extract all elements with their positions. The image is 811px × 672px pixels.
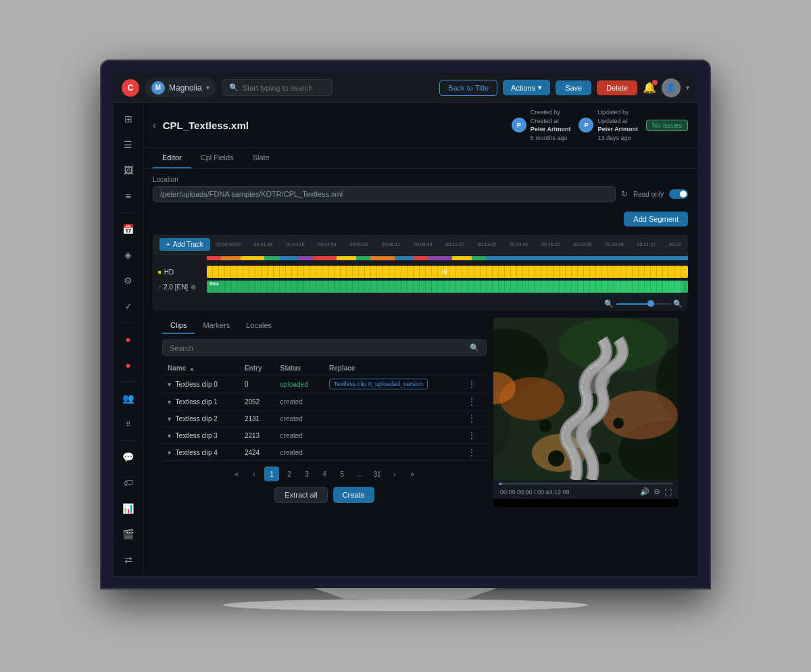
clips-tab-clips[interactable]: Clips xyxy=(162,318,195,334)
back-arrow-icon[interactable]: ‹ xyxy=(153,120,156,130)
readonly-label: Read only xyxy=(633,191,664,198)
sidebar-icon-tag[interactable]: 🏷 xyxy=(118,472,139,494)
action-buttons: Extract all Create xyxy=(162,487,487,503)
pagination-page-3[interactable]: 3 xyxy=(299,466,314,481)
sidebar-icon-people[interactable]: 👥 xyxy=(118,387,139,409)
pagination-first[interactable]: « xyxy=(229,466,244,481)
clips-table: Name ▲ Entry Status Replace xyxy=(162,362,487,461)
create-button[interactable]: Create xyxy=(333,487,374,503)
monitor-base xyxy=(223,599,588,611)
sidebar-icon-check[interactable]: ✓ xyxy=(118,295,139,317)
search-icon: 🔍 xyxy=(229,83,239,92)
clip-2-name: ▾ Textless clip 2 xyxy=(162,410,239,427)
workspace-selector[interactable]: M Magnolia ▾ xyxy=(145,78,216,97)
global-search-box[interactable]: 🔍 xyxy=(222,79,333,96)
clip-1-name: ▾ Textless clip 1 xyxy=(162,393,239,410)
clips-tab-locales[interactable]: Locales xyxy=(238,318,280,334)
replace-btn-0[interactable]: Textless clip 0_uploaded_version xyxy=(329,379,428,389)
sidebar-icon-org[interactable]: ⠿ xyxy=(118,413,139,435)
sidebar-icon-layers[interactable]: ◈ xyxy=(118,244,139,266)
created-avatar: P xyxy=(512,118,526,133)
add-segment-button[interactable]: Add Segment xyxy=(624,212,688,226)
volume-icon[interactable]: 🔊 xyxy=(640,487,649,496)
audio-track-settings-icon[interactable]: ⊕ xyxy=(191,283,196,291)
pagination-last[interactable]: » xyxy=(405,466,420,481)
sidebar-icon-chat[interactable]: 💬 xyxy=(118,446,139,468)
hd-track-name: HD xyxy=(164,268,174,276)
clip-0-expand-icon[interactable]: ▾ xyxy=(168,381,171,388)
sidebar-icon-list[interactable]: ≡ xyxy=(118,185,139,207)
sort-name-icon[interactable]: ▲ xyxy=(189,366,195,372)
tab-cpl-fields[interactable]: Cpl Fields xyxy=(191,148,243,168)
pagination-page-1[interactable]: 1 xyxy=(264,466,279,481)
left-sidebar: ⊞ ☰ 🖼 ≡ 📅 ◈ ⚙ ✓ ● ● 👥 ⠿ 💬 xyxy=(114,103,143,576)
back-to-title-button[interactable]: Back to Title xyxy=(439,80,497,96)
sidebar-icon-exchange[interactable]: ⇄ xyxy=(118,549,139,571)
tab-editor[interactable]: Editor xyxy=(153,148,191,168)
clip-0-status: uploaded xyxy=(275,375,324,393)
pagination-page-2[interactable]: 2 xyxy=(282,466,297,481)
top-nav: C M Magnolia ▾ 🔍 Back to Title Actions xyxy=(114,73,697,103)
clips-tab-markers[interactable]: Markers xyxy=(195,318,238,334)
sidebar-divider-1 xyxy=(120,212,137,213)
table-row: ▾ Textless clip 2 2131 created ⋮ xyxy=(162,410,487,427)
extract-all-button[interactable]: Extract all xyxy=(274,487,327,503)
sidebar-icon-calendar[interactable]: 📅 xyxy=(118,218,139,240)
sidebar-divider-4 xyxy=(120,440,137,441)
video-controls: 00:00:00:00 / 00:44:12:09 🔊 ⚙ ⛶ xyxy=(493,480,679,499)
pagination-prev[interactable]: ‹ xyxy=(247,466,262,481)
clip-4-name: ▾ Textless clip 4 xyxy=(162,444,239,461)
clip-4-expand-icon[interactable]: ▾ xyxy=(168,449,171,456)
sidebar-icon-circle-2[interactable]: ● xyxy=(118,354,139,376)
row-menu-3[interactable]: ⋮ xyxy=(468,431,476,440)
fullscreen-icon[interactable]: ⛶ xyxy=(664,488,672,496)
add-segment-row: Add Segment xyxy=(153,209,688,235)
add-track-button[interactable]: + Add Track xyxy=(159,238,210,251)
sidebar-icon-sliders[interactable]: ⚙ xyxy=(118,270,139,291)
sidebar-icon-menu[interactable]: ☰ xyxy=(118,134,139,155)
actions-button[interactable]: Actions ▾ xyxy=(503,80,550,95)
video-preview: 00:00:00:00 / 00:44:12:09 🔊 ⚙ ⛶ xyxy=(493,318,679,507)
user-avatar[interactable]: 👤 xyxy=(662,78,681,97)
notification-bell[interactable]: 🔔 xyxy=(643,81,656,94)
editor-tabs-bar: Editor Cpl Fields Slate xyxy=(143,148,697,169)
sidebar-icon-image[interactable]: 🖼 xyxy=(118,160,139,181)
sidebar-icon-circle-1[interactable]: ● xyxy=(118,329,139,350)
location-input[interactable] xyxy=(153,186,616,202)
page-title: CPL_Textless.xml xyxy=(163,120,249,131)
clips-search-input[interactable] xyxy=(170,344,466,352)
refresh-icon[interactable]: ↻ xyxy=(621,189,628,199)
search-input[interactable] xyxy=(243,84,325,92)
sidebar-icon-film[interactable]: 🎬 xyxy=(118,523,139,545)
sidebar-icon-grid[interactable]: ⊞ xyxy=(118,108,139,130)
pagination-page-4[interactable]: 4 xyxy=(317,466,332,481)
clip-2-entry: 2131 xyxy=(239,410,275,427)
clip-1-expand-icon[interactable]: ▾ xyxy=(168,398,171,406)
timeline-tracks: ■ HD xyxy=(153,262,688,297)
lower-section: Clips Markers Locales 🔍 xyxy=(153,318,688,514)
row-menu-1[interactable]: ⋮ xyxy=(468,397,476,406)
settings-icon[interactable]: ⚙ xyxy=(654,487,660,496)
tab-slate[interactable]: Slate xyxy=(243,148,279,168)
clip-2-expand-icon[interactable]: ▾ xyxy=(168,415,171,423)
row-menu-0[interactable]: ⋮ xyxy=(468,379,476,389)
readonly-toggle[interactable] xyxy=(669,189,688,199)
ruler-marks: 00:00:00:00 00:01:38 00:03:16 00:04:54 0… xyxy=(216,242,681,247)
zoom-handle xyxy=(647,300,654,307)
pagination-page-31[interactable]: 31 xyxy=(370,466,385,481)
row-menu-4[interactable]: ⋮ xyxy=(468,448,476,457)
sidebar-icon-chart[interactable]: 📊 xyxy=(118,498,139,519)
clips-search-box[interactable]: 🔍 xyxy=(162,339,487,356)
save-button[interactable]: Save xyxy=(556,80,591,95)
screen-bezel: C M Magnolia ▾ 🔍 Back to Title Actions xyxy=(101,61,710,588)
zoom-slider[interactable] xyxy=(616,303,670,305)
pagination-page-5[interactable]: 5 xyxy=(335,466,349,481)
row-menu-2[interactable]: ⋮ xyxy=(468,414,476,423)
video-progress-bar[interactable] xyxy=(499,483,673,485)
zoom-in-icon[interactable]: 🔍 xyxy=(673,299,683,308)
clip-3-expand-icon[interactable]: ▾ xyxy=(168,432,171,439)
pagination-next[interactable]: › xyxy=(387,466,402,481)
delete-button[interactable]: Delete xyxy=(597,80,637,95)
updated-meta: P Updated by Updated at Peter Artmont 13… xyxy=(579,108,638,142)
zoom-out-icon[interactable]: 🔍 xyxy=(604,299,614,308)
